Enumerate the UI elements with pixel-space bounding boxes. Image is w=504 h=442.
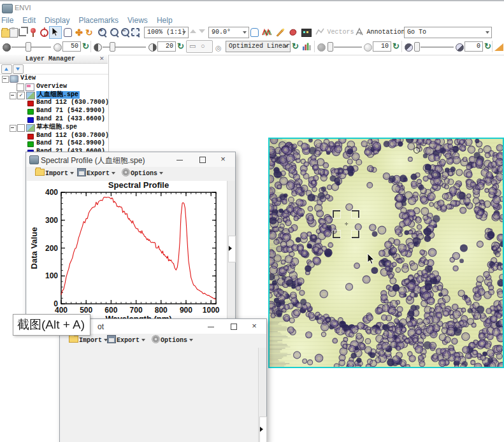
spectral-profile-icon[interactable] xyxy=(262,27,272,38)
stretch-rect-icon[interactable]: ▭ xyxy=(189,42,196,50)
options-dropdown[interactable]: Options xyxy=(161,336,193,346)
zoom-in-icon[interactable]: + xyxy=(97,27,108,38)
expander-icon[interactable] xyxy=(10,92,17,99)
spectral-profile-window[interactable]: Spectral Profile (人血细胞.spe) × Import Exp… xyxy=(25,152,236,326)
spectral-window-titlebar[interactable]: Spectral Profile (人血细胞.spe) × xyxy=(26,152,235,168)
contrast-reset-icon[interactable]: ↻ xyxy=(177,41,184,51)
panel-divider[interactable] xyxy=(108,55,109,152)
brightness-reset-icon[interactable]: ↻ xyxy=(82,41,89,51)
tree-row[interactable]: Overview xyxy=(0,83,108,91)
menu-item-file[interactable]: File xyxy=(1,16,13,25)
tree-row[interactable]: Band 112 (630.7800) xyxy=(0,132,108,140)
svg-text:800: 800 xyxy=(155,306,168,315)
zoom-fixed-icon[interactable]: · xyxy=(110,27,120,38)
goto-combobox[interactable]: Go To xyxy=(404,27,492,38)
menu-item-edit[interactable]: Edit xyxy=(22,16,36,25)
tree-row[interactable]: View xyxy=(0,75,108,83)
export-dropdown[interactable]: Export xyxy=(87,169,115,179)
tree-row[interactable]: 草本细胞.spe xyxy=(0,124,108,132)
zoom-out-icon[interactable]: − xyxy=(120,27,131,38)
crosshairs-tool-icon[interactable] xyxy=(250,28,259,37)
goto-value: Go To xyxy=(407,29,426,36)
menu-item-views[interactable]: Views xyxy=(127,16,148,25)
transparency-slider-thumb[interactable] xyxy=(414,42,420,52)
layer-checkbox[interactable] xyxy=(17,124,25,132)
band-label[interactable]: Band 71 (542.9900) xyxy=(36,107,105,115)
tree-row[interactable]: ✓ 人血细胞.spe xyxy=(0,91,108,99)
tree-row[interactable]: Band 71 (542.9900) xyxy=(0,139,108,148)
export-dropdown[interactable]: Export xyxy=(117,336,145,346)
pan-tool-icon[interactable] xyxy=(64,28,72,37)
overview-checkbox[interactable] xyxy=(17,83,24,91)
menu-item-placemarks[interactable]: Placemarks xyxy=(78,16,119,25)
chip-view-icon[interactable] xyxy=(18,29,26,36)
profile-pen-icon[interactable] xyxy=(275,27,285,38)
maximize-button[interactable] xyxy=(191,152,213,167)
import-dropdown[interactable]: Import xyxy=(45,169,74,179)
plot-window-titlebar[interactable]: ot × xyxy=(60,319,266,334)
roi-tool-icon[interactable] xyxy=(288,27,298,38)
band-label[interactable]: Band 71 (542.9900) xyxy=(36,139,105,148)
band-label[interactable]: Band 21 (433.6600) xyxy=(36,115,105,124)
transparency-slider-track[interactable] xyxy=(421,46,454,48)
zoom-level-combobox[interactable]: 100% (1:1) xyxy=(144,27,189,38)
sharpen-reset-icon[interactable]: ↻ xyxy=(392,41,400,51)
sharpen-slider-track[interactable] xyxy=(334,46,362,48)
stretch-reset-icon[interactable]: ↻ xyxy=(292,41,299,51)
expand-all-button[interactable] xyxy=(13,64,24,74)
spectral-splitter[interactable] xyxy=(227,181,235,325)
menu-item-display[interactable]: Display xyxy=(45,16,69,25)
brightness-input[interactable]: 50 xyxy=(62,41,81,52)
transparency-input[interactable]: 0 xyxy=(464,41,483,52)
previous-view-icon[interactable] xyxy=(190,29,196,33)
select-tool-active[interactable] xyxy=(49,26,62,39)
tree-row[interactable]: Band 71 (542.9900) xyxy=(0,107,108,115)
zoom-box-icon[interactable] xyxy=(131,27,141,38)
main-toolbar: ✤ ↻ + · − 100% (1:1) 90.0° Vectors xyxy=(0,25,504,39)
annotation-circle-marker xyxy=(414,147,420,153)
expander-icon[interactable] xyxy=(2,76,9,83)
menu-item-help[interactable]: Help xyxy=(157,16,173,25)
minimize-button[interactable] xyxy=(169,152,191,167)
tree-row[interactable]: Band 21 (433.6600) xyxy=(0,115,108,124)
tree-row[interactable]: Band 112 (630.7800) xyxy=(0,99,108,107)
rotate-view-icon[interactable]: ↻ xyxy=(85,27,96,38)
options-dropdown[interactable]: Options xyxy=(131,169,163,179)
plot-window[interactable]: ot × Import Export Options xyxy=(59,318,267,442)
cursor-value-icon[interactable] xyxy=(39,27,49,38)
stretch-lock-icon[interactable]: ◎ xyxy=(215,44,222,52)
close-button[interactable]: × xyxy=(212,152,234,167)
spectral-chart[interactable]: Spectral Profile400500600700800900100001… xyxy=(27,179,226,323)
layer-checkbox[interactable]: ✓ xyxy=(17,92,25,99)
sharpen-slider-thumb[interactable] xyxy=(328,42,333,52)
image-view[interactable]: ✛ xyxy=(268,138,504,368)
sharpen-input[interactable]: 10 xyxy=(373,41,391,52)
layer-manager-pin-icon[interactable]: ✕ xyxy=(99,55,104,62)
contrast-slider-thumb[interactable] xyxy=(110,42,115,52)
ramp-icon[interactable] xyxy=(494,43,503,51)
maximize-button[interactable] xyxy=(222,319,244,334)
collapse-all-button[interactable] xyxy=(1,64,12,74)
next-view-icon[interactable] xyxy=(199,29,205,33)
raster-color-slices-icon[interactable] xyxy=(301,29,312,37)
stretch-ellipse-icon[interactable]: ○ xyxy=(201,42,205,50)
fly-tool-icon[interactable]: ✤ xyxy=(74,27,84,38)
overview-label: Overview xyxy=(36,83,67,91)
band-label[interactable]: Band 112 (630.7800) xyxy=(36,99,108,107)
histogram-stretch-icon[interactable] xyxy=(302,42,312,52)
placemark-icon[interactable] xyxy=(29,27,39,38)
expander-icon[interactable] xyxy=(10,125,17,132)
rotation-combobox[interactable]: 90.0° xyxy=(208,27,249,38)
band-label[interactable]: Band 112 (630.7800) xyxy=(36,132,108,140)
data-manager-icon[interactable] xyxy=(10,28,18,38)
plot-splitter[interactable] xyxy=(258,348,266,442)
close-button[interactable]: × xyxy=(243,319,265,334)
microscope-image[interactable] xyxy=(270,139,503,367)
brightness-slider-thumb[interactable] xyxy=(25,42,31,52)
transparency-reset-icon[interactable]: ↻ xyxy=(484,41,491,51)
brightness-slider-track[interactable] xyxy=(11,46,51,48)
contrast-input[interactable]: 20 xyxy=(157,41,176,52)
import-dropdown[interactable]: Import xyxy=(79,336,108,346)
stretch-type-combobox[interactable]: Optimized Linear xyxy=(226,41,291,52)
minimize-button[interactable] xyxy=(200,319,222,334)
